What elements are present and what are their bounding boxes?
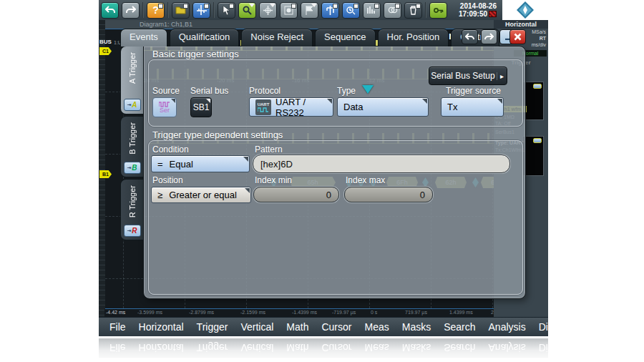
menu-horizontal[interactable]: Horizontal xyxy=(132,318,190,336)
uart-icon-text: UART xyxy=(258,102,270,107)
dialog-forward-button[interactable] xyxy=(481,29,497,44)
channel-chip-icon xyxy=(533,84,542,89)
mask-icon xyxy=(284,6,293,15)
help-button[interactable]: ? xyxy=(147,2,165,19)
cursors-button[interactable] xyxy=(259,2,277,19)
quick-measurement-button[interactable] xyxy=(342,2,360,19)
side-tab-label: B Trigger xyxy=(128,122,137,155)
datetime-display: 2014-08-26 17:09:50 xyxy=(459,2,499,18)
close-icon xyxy=(514,33,522,41)
flag-icon xyxy=(306,6,313,15)
index-max-input[interactable]: 0 xyxy=(344,187,433,202)
menu-vertical[interactable]: Vertical xyxy=(234,318,280,336)
open-file-button[interactable] xyxy=(172,2,190,19)
undo-button[interactable] xyxy=(101,2,119,19)
equals-icon: = xyxy=(157,159,163,170)
menu-file[interactable]: File xyxy=(103,318,132,336)
trigger-letter: B xyxy=(132,164,137,172)
trigger-source-combo[interactable]: Tx xyxy=(441,97,504,117)
horizontal-panel-header[interactable]: Horizontal xyxy=(494,20,548,29)
tab-sequence[interactable]: Sequence xyxy=(315,29,376,47)
menu-meas[interactable]: Meas xyxy=(358,318,395,336)
protocol-value: UART / RS232 xyxy=(275,97,327,118)
a-trigger-icon: ⇥A xyxy=(124,99,141,111)
trigger-arrow-icon: ⇥ xyxy=(127,165,131,171)
serial-bus-value: SB1 xyxy=(193,102,210,112)
position-combo[interactable]: ≥ Greater or equal xyxy=(151,187,251,203)
measurement-button[interactable] xyxy=(321,2,339,19)
menu-search[interactable]: Search xyxy=(437,318,482,336)
page: ? xyxy=(0,0,644,362)
r-trigger-icon: ⇥R xyxy=(124,225,141,237)
chevron-right-icon: ▸ xyxy=(497,72,507,80)
axis-start-label: -4.42 ms xyxy=(106,310,125,315)
index-max-value: 0 xyxy=(420,190,425,200)
tab-b-trigger[interactable]: B Trigger ⇥B xyxy=(120,116,143,177)
tab-qualification[interactable]: Qualification xyxy=(170,29,240,47)
serial-bus-selector[interactable]: SB1 xyxy=(190,97,212,117)
delete-button[interactable] xyxy=(404,2,422,19)
zoom-button[interactable] xyxy=(238,2,256,19)
folder-icon xyxy=(175,6,186,14)
persistence-icon xyxy=(388,6,398,14)
caliper-icon xyxy=(326,6,335,15)
protocol-combo[interactable]: UART UART / RS232 xyxy=(249,97,333,117)
signal-settings-icon xyxy=(197,5,207,15)
logo-area xyxy=(502,0,548,20)
magnifier-icon xyxy=(243,6,252,15)
pattern-label: Pattern xyxy=(255,145,283,155)
axis-tick-label: -2.1599 ms xyxy=(240,310,265,315)
trash-icon xyxy=(409,6,417,15)
menu-bar: File Horizontal Trigger Vertical Math Cu… xyxy=(99,317,548,336)
pattern-input[interactable]: [hex]6D xyxy=(253,155,510,173)
menu-cursor[interactable]: Cursor xyxy=(315,318,358,336)
trigger-position-marker-icon[interactable] xyxy=(362,85,374,94)
b-trigger-icon: ⇥B xyxy=(124,162,141,174)
menu-analysis[interactable]: Analysis xyxy=(482,318,532,336)
tab-events[interactable]: Events xyxy=(120,29,167,47)
signal-settings-button[interactable] xyxy=(192,2,210,19)
persistence-button[interactable] xyxy=(384,2,401,19)
menu-masks[interactable]: Masks xyxy=(396,318,437,336)
menu-display[interactable]: Display xyxy=(532,318,578,336)
undo-icon xyxy=(105,6,115,14)
vertical-scale-strip xyxy=(99,20,105,317)
screenshot-key-button[interactable] xyxy=(429,2,447,19)
tab-r-trigger[interactable]: R Trigger ⇥R xyxy=(120,179,143,240)
forward-arrow-icon xyxy=(484,33,494,41)
menu-math[interactable]: Math xyxy=(280,318,315,336)
top-toolbar: ? xyxy=(99,0,548,20)
menu-trigger[interactable]: Trigger xyxy=(190,318,235,336)
tab-noise-reject[interactable]: Noise Reject xyxy=(241,29,313,47)
pointer-icon xyxy=(223,6,230,15)
date-text: 2014-08-26 xyxy=(460,2,497,10)
axis-tick-label: -719.97 µs xyxy=(332,310,356,315)
position-value: Greater or equal xyxy=(169,190,237,200)
tab-hor-position[interactable]: Hor. Position xyxy=(378,29,449,47)
annotation-flag-button[interactable] xyxy=(301,2,318,19)
dialog-close-button[interactable] xyxy=(509,29,526,44)
source-selector[interactable]: Ser xyxy=(152,97,177,117)
condition-value: Equal xyxy=(170,159,193,170)
stopwatch-icon xyxy=(346,6,356,15)
condition-combo[interactable]: = Equal xyxy=(151,155,250,172)
index-min-input[interactable]: 0 xyxy=(253,187,339,202)
dialog-tab-bar: Events Qualification Noise Reject Sequen… xyxy=(120,29,499,47)
trigger-source-label: Trigger source xyxy=(446,86,501,96)
dialog-back-button[interactable] xyxy=(462,29,478,44)
cursor-grid-icon xyxy=(263,6,273,15)
pointer-button[interactable] xyxy=(218,2,235,19)
type-combo[interactable]: Data xyxy=(337,97,429,117)
key-icon xyxy=(434,6,444,14)
uart-protocol-icon: UART xyxy=(255,99,271,115)
fft-button[interactable] xyxy=(363,2,381,19)
protocol-label: Protocol xyxy=(249,86,280,96)
type-label: Type xyxy=(337,86,356,96)
trigger-dialog: Basic trigger settings Serial Bus Setup … xyxy=(143,46,526,299)
tab-a-trigger[interactable]: A Trigger ⇥A xyxy=(120,46,143,114)
redo-button[interactable] xyxy=(122,2,140,19)
mask-test-button[interactable] xyxy=(280,2,298,19)
serial-bus-setup-button[interactable]: Serial Bus Setup ▸ xyxy=(429,67,507,85)
time-text: 17:09:50 xyxy=(459,10,487,18)
axis-tick-label: -1.4399 ms xyxy=(292,310,317,315)
